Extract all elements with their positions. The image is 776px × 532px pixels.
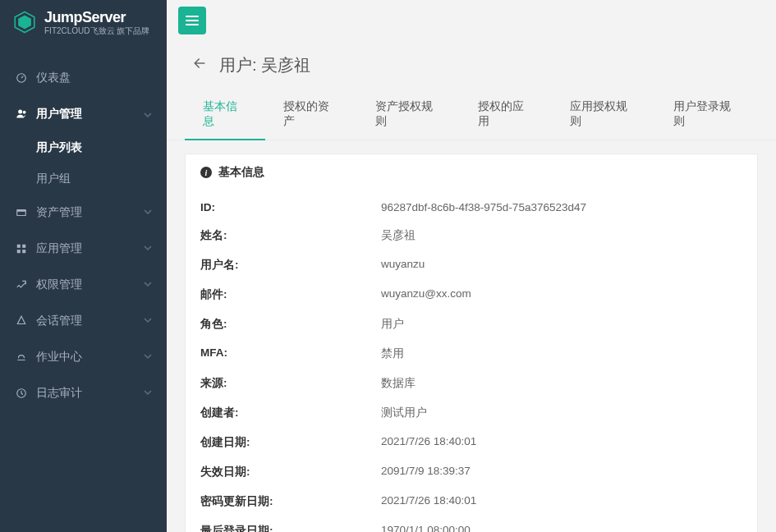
chevron-down-icon [144,244,152,254]
info-label: 创建者: [200,406,381,420]
sidebar-item-app-mgmt[interactable]: 应用管理 [0,231,167,267]
info-label: 角色: [200,317,381,332]
users-icon [15,108,28,120]
chevron-up-icon [144,109,152,119]
svg-point-3 [18,110,22,114]
brand-title: JumpServer [44,10,149,26]
permission-icon [15,279,28,291]
sidebar-nav: 仪表盘 用户管理 用户列表 用户组 资产管理 [0,44,167,411]
info-label: ID: [200,201,381,213]
info-label: 失效日期: [200,465,381,479]
sidebar-subitem-user-group[interactable]: 用户组 [0,163,167,195]
apps-icon [15,243,28,255]
info-label: 密码更新日期: [200,494,381,509]
tab-granted-assets[interactable]: 授权的资产 [265,91,357,140]
sidebar-subitem-user-list[interactable]: 用户列表 [0,132,167,163]
svg-rect-10 [22,250,25,253]
basic-info-card: i 基本信息 ID: 96287dbf-8c6b-4f38-975d-75a37… [185,154,758,532]
log-icon [15,388,28,399]
topbar [167,0,776,41]
main-content: 用户: 吴彦祖 基本信息 授权的资产 资产授权规则 授权的应用 应用授权规则 用… [167,0,776,532]
sidebar-item-asset-mgmt[interactable]: 资产管理 [0,195,167,231]
svg-rect-9 [17,250,21,253]
chevron-down-icon [144,208,152,218]
info-icon: i [200,167,212,178]
info-row-name: 姓名: 吴彦祖 [200,221,742,250]
sidebar-item-dashboard[interactable]: 仪表盘 [0,60,167,96]
info-value: 96287dbf-8c6b-4f38-975d-75a376523d47 [381,201,586,213]
svg-rect-6 [17,209,26,211]
chevron-down-icon [144,352,152,362]
chevron-down-icon [144,388,152,398]
sidebar-item-perm-mgmt[interactable]: 权限管理 [0,267,167,303]
info-row-email: 邮件: wuyanzu@xx.com [200,280,742,310]
page-header: 用户: 吴彦祖 [167,41,776,76]
asset-icon [15,207,28,218]
info-label: 来源: [200,376,381,391]
chevron-down-icon [144,280,152,290]
info-value: 2021/7/26 18:40:01 [381,435,476,450]
info-value: 用户 [381,317,404,332]
tab-asset-perm-rules[interactable]: 资产授权规则 [357,91,460,140]
info-row-username: 用户名: wuyanzu [200,250,742,280]
info-value: 禁用 [381,346,404,361]
info-label: 用户名: [200,258,381,273]
info-label: 创建日期: [200,435,381,450]
svg-rect-7 [17,245,21,248]
sidebar-item-job-center[interactable]: 作业中心 [0,339,167,375]
tabs: 基本信息 授权的资产 资产授权规则 授权的应用 应用授权规则 用户登录规则 [167,76,776,140]
tab-basic-info[interactable]: 基本信息 [185,91,265,140]
info-row-role: 角色: 用户 [200,310,742,339]
tab-granted-apps[interactable]: 授权的应用 [460,91,552,140]
menu-toggle-button[interactable] [178,7,206,34]
info-row-date-password-updated: 密码更新日期: 2021/7/26 18:40:01 [200,487,742,516]
info-value: 2021/7/26 18:40:01 [381,494,476,509]
brand-subtitle: FIT2CLOUD飞致云 旗下品牌 [44,26,149,35]
info-row-date-created: 创建日期: 2021/7/26 18:40:01 [200,428,742,457]
sidebar-item-log-audit[interactable]: 日志审计 [0,375,167,411]
card-header: i 基本信息 [186,154,757,190]
tab-login-rules[interactable]: 用户登录规则 [655,91,758,140]
info-value: 数据库 [381,376,416,391]
job-icon [15,351,28,363]
info-row-date-expired: 失效日期: 2091/7/9 18:39:37 [200,457,742,487]
svg-marker-1 [18,16,31,30]
card-body: ID: 96287dbf-8c6b-4f38-975d-75a376523d47… [186,190,757,532]
jumpserver-logo-icon [13,11,36,34]
chevron-down-icon [144,316,152,326]
info-value: 2091/7/9 18:39:37 [381,465,471,479]
info-value: 吴彦祖 [381,228,416,243]
hamburger-icon [186,16,199,25]
info-label: MFA: [200,346,381,361]
info-value: wuyanzu [381,258,425,273]
info-label: 姓名: [200,228,381,243]
back-arrow-button[interactable] [191,55,208,76]
brand-logo-area[interactable]: JumpServer FIT2CLOUD飞致云 旗下品牌 [0,0,167,44]
info-value: wuyanzu@xx.com [381,287,471,302]
tab-app-perm-rules[interactable]: 应用授权规则 [552,91,654,140]
sidebar-item-session-mgmt[interactable]: 会话管理 [0,303,167,339]
session-icon [15,315,28,327]
svg-point-4 [22,111,25,114]
info-row-creator: 创建者: 测试用户 [200,398,742,428]
info-row-source: 来源: 数据库 [200,369,742,398]
card-title: 基本信息 [218,165,264,180]
sidebar-item-user-mgmt[interactable]: 用户管理 [0,96,167,132]
content-area: i 基本信息 ID: 96287dbf-8c6b-4f38-975d-75a37… [167,140,776,532]
info-row-id: ID: 96287dbf-8c6b-4f38-975d-75a376523d47 [200,194,742,221]
page-title: 用户: 吴彦祖 [219,54,310,76]
info-label: 最后登录日期: [200,524,381,532]
dashboard-icon [15,72,28,84]
info-row-date-last-login: 最后登录日期: 1970/1/1 08:00:00 [200,516,742,532]
svg-rect-8 [22,245,25,248]
sidebar: JumpServer FIT2CLOUD飞致云 旗下品牌 仪表盘 用户管理 用户… [0,0,167,532]
info-row-mfa: MFA: 禁用 [200,339,742,369]
info-value: 1970/1/1 08:00:00 [381,524,471,532]
info-label: 邮件: [200,287,381,302]
info-value: 测试用户 [381,406,427,420]
